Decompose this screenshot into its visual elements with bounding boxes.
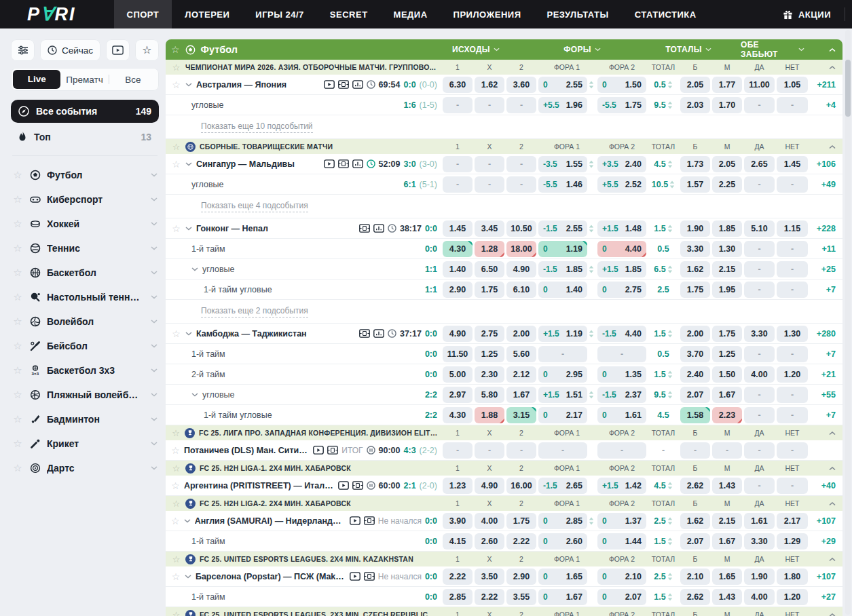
sidebar-item-hockey[interactable]: ☆Хоккей: [11, 212, 159, 236]
handicap1-cell[interactable]: 02.17: [538, 407, 587, 423]
handicap1-cell[interactable]: 02.95: [538, 366, 587, 383]
star-icon[interactable]: ☆: [171, 223, 181, 234]
sub-market-label[interactable]: угловые: [202, 265, 235, 274]
handicap2-cell[interactable]: 02.75: [597, 282, 646, 298]
sidebar-item-baseball[interactable]: ☆Бейсбол: [11, 334, 159, 358]
star-icon[interactable]: ☆: [12, 242, 23, 254]
odds-x-cell[interactable]: 3.45: [475, 220, 504, 237]
sub-market-label[interactable]: 1-й тайм: [191, 349, 225, 359]
btts-yes-cell[interactable]: 4.00: [744, 589, 775, 605]
line-sorter-icon[interactable]: [667, 160, 673, 168]
league-row[interactable]: ☆FC 25. UNITED ESPORTS LEAGUES. 2X3 MIN.…: [166, 607, 842, 616]
odds-2-cell[interactable]: 5.60: [506, 346, 536, 362]
star-icon[interactable]: ☆: [171, 328, 181, 339]
handicap1-cell[interactable]: -1.52.65: [538, 478, 587, 494]
star-icon[interactable]: ☆: [12, 389, 23, 401]
show-more-link[interactable]: Показать еще 10 подсобытий: [201, 121, 313, 133]
line-sorter-icon[interactable]: [667, 517, 673, 525]
handicap1-cell[interactable]: -1.51.85: [538, 261, 587, 277]
expand-chevron-icon[interactable]: [191, 267, 198, 271]
total-under-cell[interactable]: 2.15: [712, 513, 742, 529]
collapse-league-button[interactable]: [810, 613, 836, 616]
sidebar-item-cricket[interactable]: ☆Крикет: [11, 431, 159, 456]
match-name[interactable]: Потаничев (DLS) Ман. Сити — Ко...: [184, 446, 309, 455]
odds-x-cell[interactable]: 6.50: [475, 261, 504, 277]
star-icon[interactable]: ☆: [12, 291, 23, 303]
favorites-button[interactable]: ☆: [135, 39, 159, 61]
total-under-cell[interactable]: 1.43: [712, 589, 742, 605]
btts-yes-cell[interactable]: 1.61: [744, 513, 775, 529]
star-icon[interactable]: ☆: [12, 169, 23, 181]
handicap1-cell[interactable]: 01.67: [538, 589, 587, 605]
line-sorter-icon[interactable]: [589, 160, 594, 168]
sub-market-label[interactable]: 1-й тайм угловые: [204, 410, 272, 420]
star-icon[interactable]: ☆: [171, 142, 181, 152]
chart-icon[interactable]: [352, 80, 363, 89]
star-icon[interactable]: ☆: [171, 516, 180, 526]
star-icon[interactable]: ☆: [12, 193, 23, 206]
line-sorter-icon[interactable]: [669, 180, 675, 189]
stadium-icon[interactable]: [338, 159, 349, 168]
nav-item-sport[interactable]: СПОРТ: [114, 0, 172, 28]
handicap1-cell[interactable]: +5.51.96: [538, 97, 587, 113]
odds-x-cell[interactable]: 1.88: [475, 407, 504, 423]
more-markets-count[interactable]: +40: [810, 481, 836, 490]
total-over-cell[interactable]: 1.73: [680, 156, 710, 172]
more-markets-count[interactable]: +29: [810, 537, 836, 546]
handicap2-cell[interactable]: +1.51.85: [597, 261, 646, 277]
promos-link[interactable]: АКЦИИ: [773, 9, 840, 20]
more-markets-count[interactable]: +4: [810, 100, 836, 110]
odds-1-cell[interactable]: 2.90: [443, 282, 473, 298]
stadium-icon[interactable]: [352, 481, 363, 490]
handicap2-cell[interactable]: 01.35: [597, 366, 646, 383]
line-sorter-icon[interactable]: [589, 225, 594, 233]
sidebar-item-esports[interactable]: ☆Киберспорт: [11, 187, 159, 212]
collapse-league-button[interactable]: [810, 557, 836, 562]
total-under-cell[interactable]: 2.15: [712, 261, 742, 277]
match-name[interactable]: Аргентина (PRITISTREET) — Италия (AV...: [184, 481, 334, 490]
handicap1-cell[interactable]: 02.60: [538, 533, 587, 550]
nav-item-media[interactable]: МЕДИА: [381, 0, 441, 28]
tab-all[interactable]: Все: [109, 75, 157, 85]
handicap1-cell[interactable]: +1.51.51: [538, 387, 587, 403]
tab-prematch[interactable]: Прематч: [60, 75, 108, 85]
line-sorter-icon[interactable]: [667, 101, 673, 109]
btts-no-cell[interactable]: 1.20: [777, 589, 808, 605]
video-icon[interactable]: [338, 481, 349, 490]
total-under-cell[interactable]: 1.75: [712, 326, 742, 342]
nav-item-apps[interactable]: ПРИЛОЖЕНИЯ: [441, 0, 534, 28]
handicap2-cell[interactable]: +5.52.52: [597, 176, 646, 193]
video-icon[interactable]: [324, 80, 335, 89]
sub-market-label[interactable]: 1-й тайм: [191, 244, 225, 254]
group-totals[interactable]: ТОТАЛЫ: [642, 45, 735, 54]
btts-yes-cell[interactable]: 3.30: [744, 533, 775, 550]
btts-no-cell[interactable]: 1.45: [777, 156, 808, 172]
handicap2-cell[interactable]: -1.52.37: [597, 387, 646, 403]
handicap1-cell[interactable]: 01.19: [538, 241, 587, 257]
filter-all-events[interactable]: Все события 149: [11, 100, 159, 123]
more-markets-count[interactable]: +7: [810, 285, 836, 294]
total-over-cell[interactable]: 1.58: [680, 407, 710, 423]
more-markets-count[interactable]: +7: [810, 349, 836, 359]
line-sorter-icon[interactable]: [589, 81, 594, 89]
btts-yes-cell[interactable]: 5.10: [744, 220, 775, 237]
filter-top[interactable]: Топ 13: [11, 126, 159, 149]
total-under-cell[interactable]: 1.25: [712, 346, 742, 362]
odds-1-cell[interactable]: 6.30: [443, 77, 473, 93]
btts-yes-cell[interactable]: 2.65: [744, 156, 775, 172]
odds-x-cell[interactable]: 2.75: [475, 326, 504, 342]
handicap2-cell[interactable]: 04.40: [597, 241, 646, 257]
line-sorter-icon[interactable]: [667, 330, 673, 338]
total-under-cell[interactable]: 2.23: [712, 407, 742, 423]
handicap1-cell[interactable]: 01.65: [538, 569, 587, 585]
expand-chevron-icon[interactable]: [185, 162, 192, 166]
video-icon[interactable]: [324, 159, 335, 168]
total-over-cell[interactable]: 1.57: [680, 176, 710, 193]
star-icon[interactable]: ☆: [171, 62, 181, 73]
sidebar-item-football[interactable]: ☆Футбол: [11, 163, 159, 187]
sidebar-item-beach-volleyball[interactable]: ☆Пляжный волейб…: [11, 383, 159, 407]
total-under-cell[interactable]: 1.65: [712, 569, 742, 585]
btts-yes-cell[interactable]: 4.00: [744, 366, 775, 383]
line-sorter-icon[interactable]: [667, 537, 673, 545]
line-sorter-icon[interactable]: [589, 330, 594, 338]
